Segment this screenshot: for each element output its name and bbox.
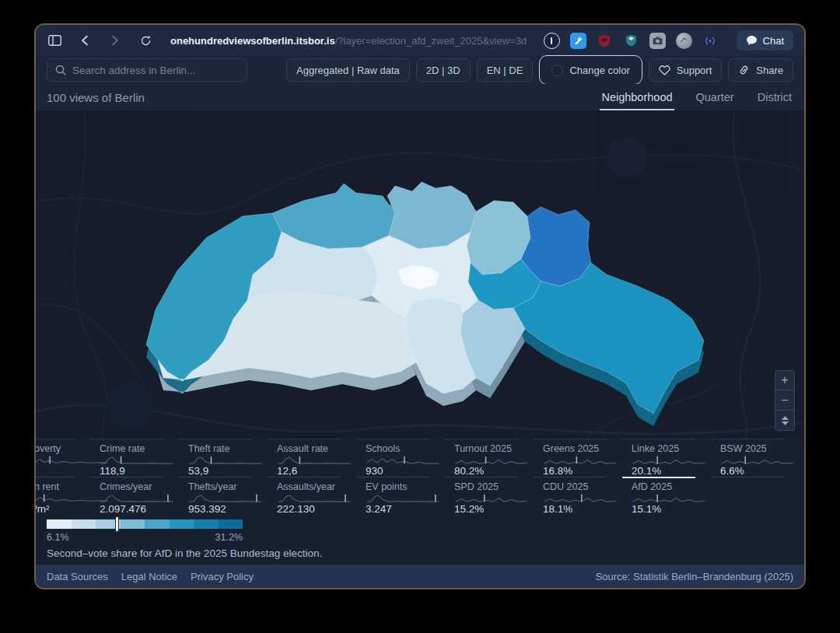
footer: Data SourcesLegal NoticePrivacy Policy S… (36, 565, 804, 588)
change-color-focus-ring: Change color (539, 55, 642, 85)
stat-crime-rate[interactable]: Crime rate118,9 (90, 439, 179, 477)
sparkline (366, 493, 440, 503)
map-area[interactable]: + − (36, 110, 804, 439)
stat-value: 953.392 (188, 503, 257, 515)
stat-cdu-2025[interactable]: CDU 202518.1% (534, 477, 622, 515)
stat-label: Theft rate (188, 443, 257, 454)
sparkline (454, 493, 529, 503)
scale-segment-6 (194, 519, 219, 529)
stat-label: CDU 2025 (543, 481, 611, 492)
stat-crimes-year[interactable]: Crimes/year2.097.476 (90, 477, 179, 515)
back-icon[interactable] (77, 33, 93, 48)
color-scale[interactable] (47, 519, 243, 529)
stat-label: EV points (366, 481, 434, 492)
forward-icon[interactable] (107, 33, 123, 48)
stat-label: Turnout 2025 (454, 443, 523, 454)
stat-value: 80.2% (454, 465, 523, 477)
stat-empty (711, 477, 800, 515)
2d-3d-toggle[interactable]: 2D | 3D (416, 58, 471, 82)
language-toggle[interactable]: EN | DE (477, 58, 534, 82)
stat-greens-2025[interactable]: Greens 202516.8% (534, 439, 622, 477)
sparkline (277, 493, 352, 503)
zoom-out-button[interactable]: − (775, 390, 795, 411)
app-toolbar: Search address in Berlin... Aggregated |… (36, 56, 804, 84)
stat-label: AfD 2025 (632, 481, 700, 492)
stat-bsw-2025[interactable]: BSW 20256.6% (711, 439, 800, 477)
chat-button[interactable]: Chat (737, 30, 793, 51)
stat-turnout-2025[interactable]: Turnout 202580.2% (445, 439, 534, 477)
stat-spd-2025[interactable]: SPD 202515.2% (445, 477, 534, 515)
tab-neighborhood[interactable]: Neighborhood (600, 85, 674, 110)
stat-value: 15.2% (454, 503, 523, 515)
reload-icon[interactable] (138, 33, 153, 48)
title-row: 100 views of Berlin NeighborhoodQuarterD… (36, 84, 804, 110)
stat-overty[interactable]: overty (36, 439, 90, 477)
tilt-button[interactable] (775, 411, 795, 431)
data-source: Source: Statistik Berlin–Brandenburg (20… (596, 571, 793, 582)
stat-label: Crime rate (100, 443, 168, 454)
url-bar[interactable]: onehundredviewsofberlin.itsbor.is/?layer… (170, 35, 527, 47)
stat-label: n rent (36, 481, 79, 492)
onepassword-icon[interactable] (544, 33, 560, 49)
stat-thefts-year[interactable]: Thefts/year953.392 (179, 477, 268, 515)
sidebar-toggle-icon[interactable] (47, 33, 62, 48)
search-input[interactable]: Search address in Berlin... (47, 58, 247, 82)
sparkline (543, 455, 618, 465)
footer-link-legal-notice[interactable]: Legal Notice (121, 571, 177, 582)
scale-min-label: 6.1% (47, 532, 69, 543)
stat-assaults-year[interactable]: Assaults/year222.130 (268, 477, 356, 515)
support-button[interactable]: Support (649, 58, 723, 82)
district-treptow[interactable] (513, 263, 704, 414)
sparkline (720, 455, 795, 465)
signal-icon[interactable] (702, 33, 719, 49)
camera-icon[interactable] (649, 33, 666, 49)
stat-label: Schools (366, 443, 434, 454)
scale-handle[interactable] (115, 516, 119, 532)
stat-value: 12,6 (277, 465, 345, 477)
aggregated-raw-toggle[interactable]: Aggregated | Raw data (286, 58, 410, 82)
scale-segment-3 (121, 519, 145, 529)
footer-link-privacy-policy[interactable]: Privacy Policy (191, 571, 254, 582)
stat-schools[interactable]: Schools930 (356, 439, 445, 477)
stat-label: Crimes/year (100, 481, 168, 492)
stat-label: Greens 2025 (543, 443, 611, 454)
sparkline (100, 455, 174, 465)
red-shield-icon[interactable] (597, 33, 613, 49)
tab-quarter[interactable]: Quarter (695, 85, 736, 110)
url-host: onehundredviewsofberlin.itsbor.is (170, 35, 335, 47)
chat-bubble-icon (746, 35, 758, 46)
zoom-in-button[interactable]: + (775, 370, 795, 390)
stat-ev-points[interactable]: EV points3.247 (356, 477, 445, 515)
url-path: /?layer=election_afd_zweit_2025&view=3d (335, 35, 527, 47)
page-title: 100 views of Berlin (47, 91, 145, 104)
teal-shield-icon[interactable] (623, 33, 639, 49)
footer-link-data-sources[interactable]: Data Sources (47, 571, 108, 582)
scale-segment-1 (72, 519, 96, 529)
stat-theft-rate[interactable]: Theft rate53,9 (179, 439, 268, 477)
stat-value: 222.130 (277, 503, 345, 515)
tab-district[interactable]: District (756, 85, 793, 110)
stat-label: Linke 2025 (632, 443, 700, 454)
stat-label: overty (36, 443, 79, 454)
browser-chrome: onehundredviewsofberlin.itsbor.is/?layer… (36, 25, 804, 56)
legend-block: 6.1% 31.2% Second–vote share for AfD in … (36, 515, 804, 565)
stat-afd-2025[interactable]: AfD 202515.1% (622, 477, 711, 515)
share-button[interactable]: Share (728, 58, 793, 82)
globe-icon[interactable] (676, 33, 692, 49)
sparkline (366, 455, 440, 465)
stat-linke-2025[interactable]: Linke 202520.1% (622, 439, 711, 477)
color-swatch-icon (551, 65, 563, 76)
stat-assault-rate[interactable]: Assault rate12,6 (268, 439, 356, 477)
heart-icon (659, 65, 670, 75)
scale-segment-5 (170, 519, 194, 529)
search-icon (55, 65, 66, 75)
change-color-button[interactable]: Change color (542, 58, 639, 82)
sparkline (188, 493, 263, 503)
sparkline (632, 493, 706, 503)
stat-label: Assault rate (277, 443, 345, 454)
bird-extension-icon[interactable] (570, 33, 586, 49)
stat-n-rent[interactable]: n rent/m² (36, 477, 90, 515)
stat-value: 20.1% (632, 465, 700, 477)
berlin-3d-map[interactable] (36, 110, 804, 439)
chat-label: Chat (763, 35, 784, 47)
